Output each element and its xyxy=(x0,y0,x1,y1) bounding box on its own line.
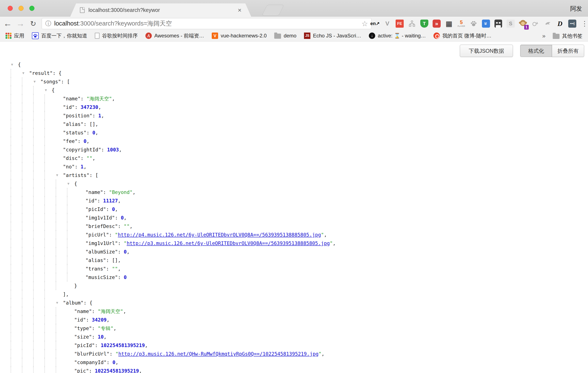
json-number: 1 xyxy=(98,113,101,118)
paw-extension-icon[interactable] xyxy=(467,18,480,30)
indent-guide xyxy=(11,316,22,324)
collapse-triangle-icon[interactable]: ▼ xyxy=(45,86,47,95)
tampermonkey-monkey-icon[interactable]: 1 xyxy=(517,18,529,30)
indent-guide xyxy=(22,120,33,128)
collapse-triangle-icon[interactable]: ▼ xyxy=(11,60,13,69)
translate-extension-icon[interactable]: en↗ xyxy=(369,18,381,30)
bookmark-item-0[interactable]: 应用 xyxy=(6,32,24,39)
json-punct: , xyxy=(127,249,130,255)
json-number: 0 xyxy=(112,206,115,212)
indent-guide xyxy=(11,69,22,77)
browser-tab[interactable]: localhost:3000/search?keywor × xyxy=(70,3,251,17)
indent-guide xyxy=(44,282,56,290)
indent-guide xyxy=(67,273,78,282)
indent-guide xyxy=(33,307,44,316)
collapse-triangle-icon[interactable]: ▼ xyxy=(67,180,70,188)
profile-name[interactable]: 阿发 xyxy=(570,5,582,13)
json-punct: ], xyxy=(63,292,69,297)
json-punct: , xyxy=(84,164,86,170)
mask-extension-icon[interactable] xyxy=(492,18,504,30)
bookmarks-overflow-chevron-icon[interactable]: » xyxy=(542,32,546,39)
json-string: " xyxy=(330,241,333,246)
indent-guide xyxy=(22,137,33,145)
bookmark-item-5[interactable]: demo xyxy=(274,33,296,39)
json-line: "picUrl": "http://p4.music.126.net/6y-Ul… xyxy=(0,231,588,239)
collapse-triangle-icon[interactable]: ▼ xyxy=(56,298,58,307)
indent-guide xyxy=(11,307,22,316)
bookmark-item-3[interactable]: AAwesomes - 前端资… xyxy=(145,32,204,39)
json-punct: : xyxy=(92,113,98,118)
back-button[interactable]: ← xyxy=(2,17,14,30)
indent-guide xyxy=(11,298,22,307)
format-button[interactable]: 格式化 xyxy=(520,45,552,57)
hummingbird-extension-icon[interactable] xyxy=(541,18,554,30)
chevrons-down-extension-icon-glyph: » xyxy=(482,20,490,28)
json-line-code: "name": "Beyond", xyxy=(85,188,136,196)
fast-forward-extension-icon[interactable]: » xyxy=(430,18,443,30)
stylized-d-extension-icon[interactable]: D xyxy=(554,18,566,30)
bookmark-item-1[interactable]: 百度一下，你就知道 xyxy=(32,32,87,39)
other-bookmarks-folder[interactable]: 其他书签 xyxy=(553,32,582,39)
indent-guide xyxy=(56,188,67,196)
html5-player-extension-icon[interactable]: 5PLAYER xyxy=(455,18,467,30)
collapse-triangle-icon[interactable]: ▼ xyxy=(34,77,36,86)
reload-button[interactable]: ↻ xyxy=(27,17,39,30)
indent-slot xyxy=(56,145,63,154)
json-line-code: "id": 11127, xyxy=(85,196,121,205)
json-key: "blurPicUrl" xyxy=(74,351,109,357)
json-line-code: "type": "专辑", xyxy=(74,324,116,333)
forward-button[interactable]: → xyxy=(14,17,26,30)
page-info-icon[interactable]: ⓘ xyxy=(45,20,51,28)
json-key: "name" xyxy=(63,96,81,101)
indent-guide xyxy=(11,77,22,86)
stylized-d-extension-icon-glyph: D xyxy=(556,20,564,28)
json-line-code: "id": 347230, xyxy=(63,103,101,111)
json-punct: : xyxy=(81,155,86,161)
tampermonkey-shield-icon[interactable]: T xyxy=(418,18,430,30)
browser-menu-icon-glyph: ⋮ xyxy=(581,20,588,28)
zoom-window-button[interactable] xyxy=(29,6,34,11)
sitemap-extension-icon[interactable] xyxy=(406,18,418,30)
download-json-button[interactable]: 下载JSON数据 xyxy=(460,45,513,57)
minimize-window-button[interactable] xyxy=(19,6,24,11)
json-key: "id" xyxy=(85,198,97,203)
collapse-triangle-icon[interactable]: ▼ xyxy=(22,69,24,77)
collapse-all-button[interactable]: 折叠所有 xyxy=(552,45,584,57)
url-path: :3000/search?keywords=海阔天空 xyxy=(78,20,172,27)
indent-guide xyxy=(22,350,33,358)
indent-guide xyxy=(11,358,22,367)
bookmark-item-4[interactable]: Vvue-hackernews-2.0 xyxy=(212,32,267,39)
bookmark-item-2[interactable]: 谷歌按时间排序 xyxy=(95,32,138,39)
json-link[interactable]: http://p3.music.126.net/QHw-RuMwfQkmqtiy… xyxy=(118,351,319,357)
new-tab-button[interactable] xyxy=(262,5,284,16)
tab-close-icon[interactable]: × xyxy=(238,7,242,13)
vue-v-icon: V xyxy=(212,32,218,39)
indent-guide xyxy=(11,120,22,128)
vue-devtools-icon[interactable]: V xyxy=(381,18,393,30)
proxy-dots-extension-icon[interactable]: •••| xyxy=(566,18,578,30)
browser-menu-icon[interactable]: ⋮ xyxy=(578,18,588,30)
ear-waves-extension-icon[interactable] xyxy=(529,18,541,30)
bookmark-label: Awesomes - 前端资… xyxy=(154,32,204,39)
shiny-s-extension-icon[interactable]: S xyxy=(504,18,517,30)
chevrons-down-extension-icon[interactable]: » xyxy=(480,18,492,30)
json-line-code: "name": "海阔天空", xyxy=(74,307,126,316)
json-link[interactable]: http://p4.music.126.net/6y-UleORITEDbvrO… xyxy=(118,232,321,237)
json-punct: , xyxy=(333,241,336,246)
json-punct: : [ xyxy=(61,79,70,85)
json-link[interactable]: http://p3.music.126.net/6y-UleORITEDbvrO… xyxy=(127,241,330,246)
bookmark-item-7[interactable]: ↓active: ⌛ - waiting… xyxy=(369,32,426,39)
close-window-button[interactable] xyxy=(8,6,13,11)
apps-grid-icon xyxy=(6,33,11,39)
json-line-code: "name": "海阔天空", xyxy=(63,95,115,103)
address-bar[interactable]: ⓘ localhost:3000/search?keywords=海阔天空 ☆ xyxy=(42,18,372,29)
bookmark-star-icon[interactable]: ☆ xyxy=(362,19,368,28)
collapse-triangle-icon[interactable]: ▼ xyxy=(56,171,58,180)
json-key: "no" xyxy=(63,164,75,170)
bookmark-item-6[interactable]: JSEcho JS - JavaScri… xyxy=(304,32,361,39)
indent-guide xyxy=(44,213,56,222)
fe-toolbox-icon[interactable]: FE xyxy=(393,18,406,30)
bookmark-item-8[interactable]: 我的首页 微博-随时… xyxy=(433,32,492,39)
json-key: "picId" xyxy=(85,206,106,212)
qr-code-extension-icon[interactable]: ▦ xyxy=(443,18,455,30)
